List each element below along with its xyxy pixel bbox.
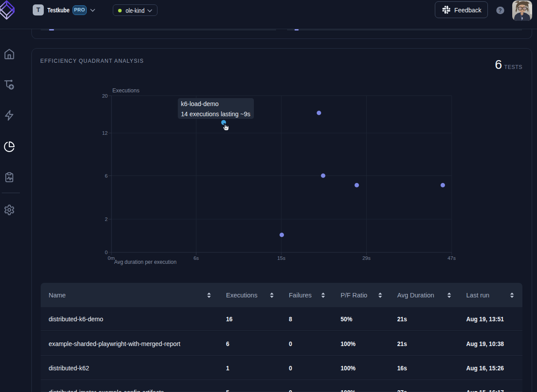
svg-text:Avg duration per execution: Avg duration per execution xyxy=(114,259,176,265)
svg-text:29s: 29s xyxy=(362,255,371,261)
svg-text:0: 0 xyxy=(105,250,107,255)
svg-text:6s: 6s xyxy=(193,255,199,261)
svg-text:6: 6 xyxy=(105,173,107,179)
svg-text:12: 12 xyxy=(102,130,108,136)
svg-text:47s: 47s xyxy=(448,255,456,261)
svg-text:15s: 15s xyxy=(277,255,286,261)
svg-text:20: 20 xyxy=(102,93,108,99)
svg-text:2: 2 xyxy=(105,217,107,222)
